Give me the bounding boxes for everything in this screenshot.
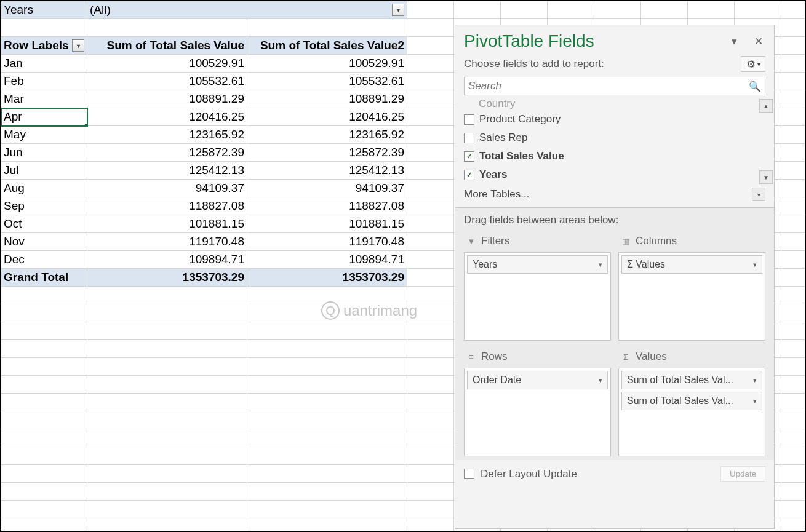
row-value2[interactable]: 94109.37 xyxy=(247,180,407,197)
cell[interactable] xyxy=(781,197,806,215)
pane-menu-button[interactable]: ▾ xyxy=(727,34,741,48)
cell[interactable] xyxy=(247,483,407,501)
cell[interactable] xyxy=(87,483,247,501)
cell[interactable] xyxy=(1,465,87,483)
cell[interactable] xyxy=(247,518,407,532)
cell[interactable] xyxy=(781,358,806,376)
filter-field-value[interactable]: (All)▾ xyxy=(87,1,407,19)
more-tables-link[interactable]: More Tables... ▾ xyxy=(455,184,774,207)
cell[interactable] xyxy=(1,483,87,501)
row-label[interactable]: Jun xyxy=(1,144,87,162)
cell[interactable] xyxy=(247,19,407,37)
header-rowlabels[interactable]: Row Labels▾ xyxy=(1,37,87,55)
cell[interactable] xyxy=(87,340,247,358)
row-label[interactable]: Aug xyxy=(1,180,87,197)
cell[interactable] xyxy=(781,55,806,73)
filter-field-label[interactable]: Years xyxy=(1,1,87,19)
field-checkbox[interactable] xyxy=(464,114,474,125)
row-value1[interactable]: 100529.91 xyxy=(87,55,247,73)
cell[interactable] xyxy=(407,233,454,251)
search-input[interactable] xyxy=(468,80,749,92)
cell[interactable] xyxy=(87,465,247,483)
cell[interactable] xyxy=(87,358,247,376)
cell[interactable] xyxy=(781,465,806,483)
cell[interactable] xyxy=(781,304,806,322)
cell[interactable] xyxy=(407,215,454,233)
cell[interactable] xyxy=(781,287,806,304)
cell[interactable] xyxy=(1,394,87,411)
cell[interactable] xyxy=(247,501,407,518)
field-scrollbar[interactable]: ▲ ▼ xyxy=(759,99,773,184)
field-item[interactable]: Product Category xyxy=(464,110,765,129)
row-value2[interactable]: 123165.92 xyxy=(247,126,407,144)
cell[interactable] xyxy=(87,447,247,465)
cell[interactable] xyxy=(781,37,806,55)
cell[interactable] xyxy=(407,1,454,19)
row-label[interactable]: Apr xyxy=(1,108,87,126)
cell[interactable] xyxy=(407,465,454,483)
cell[interactable] xyxy=(1,411,87,429)
cell[interactable] xyxy=(781,269,806,287)
cell[interactable] xyxy=(781,108,806,126)
cell[interactable] xyxy=(247,411,407,429)
scroll-up-button[interactable]: ▲ xyxy=(759,99,773,113)
row-value1[interactable]: 125872.39 xyxy=(87,144,247,162)
cell[interactable] xyxy=(1,304,87,322)
cell[interactable] xyxy=(781,144,806,162)
cell[interactable] xyxy=(781,19,806,37)
cell[interactable] xyxy=(781,411,806,429)
row-value2[interactable]: 118827.08 xyxy=(247,197,407,215)
row-label[interactable]: Feb xyxy=(1,73,87,90)
cell[interactable] xyxy=(781,376,806,394)
cell[interactable] xyxy=(247,394,407,411)
cell[interactable] xyxy=(781,126,806,144)
area-chip[interactable]: Order Date▾ xyxy=(467,371,608,389)
area-chip[interactable]: Σ Values▾ xyxy=(621,255,762,274)
area-chip[interactable]: Years▾ xyxy=(467,255,608,274)
cell[interactable] xyxy=(87,376,247,394)
row-value1[interactable]: 101881.15 xyxy=(87,215,247,233)
cell[interactable] xyxy=(407,126,454,144)
cell[interactable] xyxy=(781,501,806,518)
header-col1[interactable]: Sum of Total Sales Value xyxy=(87,37,247,55)
cell[interactable] xyxy=(781,90,806,108)
cell[interactable] xyxy=(781,340,806,358)
cell[interactable] xyxy=(247,429,407,447)
field-item[interactable]: Years xyxy=(464,165,765,184)
cell[interactable] xyxy=(781,162,806,180)
cell[interactable] xyxy=(87,322,247,340)
cell[interactable] xyxy=(407,358,454,376)
field-item[interactable]: Total Sales Value xyxy=(464,147,765,165)
cell[interactable] xyxy=(407,108,454,126)
field-checkbox[interactable] xyxy=(464,170,474,180)
area-body-filters[interactable]: Years▾ xyxy=(464,252,611,341)
row-label[interactable]: Sep xyxy=(1,197,87,215)
cell[interactable] xyxy=(247,376,407,394)
cell[interactable] xyxy=(781,1,806,19)
chevron-down-icon[interactable]: ▾ xyxy=(753,397,757,405)
cell[interactable] xyxy=(407,518,454,532)
cell[interactable] xyxy=(1,518,87,532)
row-label[interactable]: Mar xyxy=(1,90,87,108)
field-checkbox[interactable] xyxy=(464,151,474,162)
area-body-columns[interactable]: Σ Values▾ xyxy=(618,252,765,341)
row-value1[interactable]: 109894.71 xyxy=(87,251,247,269)
cell[interactable] xyxy=(407,447,454,465)
defer-update-checkbox[interactable] xyxy=(464,469,474,479)
cell[interactable] xyxy=(407,483,454,501)
row-value1[interactable]: 108891.29 xyxy=(87,90,247,108)
row-label[interactable]: May xyxy=(1,126,87,144)
rowlabels-dropdown[interactable]: ▾ xyxy=(72,39,84,52)
row-value1[interactable]: 118827.08 xyxy=(87,197,247,215)
cell[interactable] xyxy=(407,37,454,55)
cell[interactable] xyxy=(781,483,806,501)
cell[interactable] xyxy=(87,394,247,411)
row-value1[interactable]: 94109.37 xyxy=(87,180,247,197)
cell[interactable] xyxy=(407,251,454,269)
grandtotal-label[interactable]: Grand Total xyxy=(1,269,87,287)
cell[interactable] xyxy=(87,411,247,429)
cell[interactable] xyxy=(781,251,806,269)
cell[interactable] xyxy=(87,19,247,37)
field-search[interactable]: 🔍 xyxy=(464,77,765,95)
cell[interactable] xyxy=(247,447,407,465)
